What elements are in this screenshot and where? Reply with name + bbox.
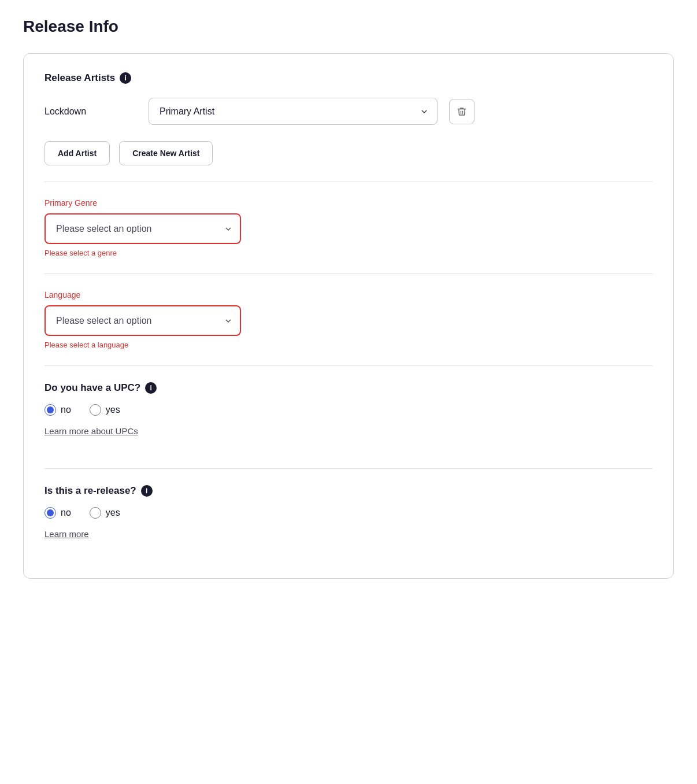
release-artists-header: Release Artists i bbox=[45, 72, 652, 84]
artist-buttons-row: Add Artist Create New Artist bbox=[45, 141, 652, 165]
upc-learn-more-link[interactable]: Learn more about UPCs bbox=[45, 426, 138, 436]
upc-section: Do you have a UPC? i no yes Learn more a… bbox=[45, 382, 652, 452]
re-release-info-icon[interactable]: i bbox=[141, 485, 153, 497]
re-release-no-radio[interactable] bbox=[45, 507, 56, 519]
primary-genre-select[interactable]: Please select an option Pop Rock Hip-Hop… bbox=[45, 213, 241, 244]
divider-1 bbox=[45, 182, 652, 182]
re-release-question-text: Is this a re-release? bbox=[45, 485, 136, 497]
divider-4 bbox=[45, 468, 652, 469]
create-new-artist-button[interactable]: Create New Artist bbox=[119, 141, 213, 165]
artist-name: Lockdown bbox=[45, 106, 137, 117]
upc-no-label[interactable]: no bbox=[45, 404, 71, 416]
re-release-section: Is this a re-release? i no yes Learn mor… bbox=[45, 485, 652, 555]
re-release-radio-group: no yes bbox=[45, 507, 652, 519]
release-info-card: Release Artists i Lockdown Primary Artis… bbox=[23, 53, 674, 579]
add-artist-button[interactable]: Add Artist bbox=[45, 141, 110, 165]
delete-artist-button[interactable] bbox=[449, 99, 474, 124]
primary-genre-section: Primary Genre Please select an option Po… bbox=[45, 198, 652, 257]
language-section: Language Please select an option English… bbox=[45, 290, 652, 349]
upc-yes-radio[interactable] bbox=[90, 404, 101, 416]
release-artists-info-icon[interactable]: i bbox=[120, 72, 131, 84]
re-release-question-label: Is this a re-release? i bbox=[45, 485, 652, 497]
divider-2 bbox=[45, 273, 652, 274]
trash-icon bbox=[457, 106, 467, 117]
primary-genre-label: Primary Genre bbox=[45, 198, 652, 208]
divider-3 bbox=[45, 365, 652, 366]
re-release-learn-more-link[interactable]: Learn more bbox=[45, 529, 89, 539]
upc-radio-group: no yes bbox=[45, 404, 652, 416]
primary-genre-select-wrapper: Please select an option Pop Rock Hip-Hop… bbox=[45, 213, 241, 244]
re-release-no-text: no bbox=[61, 508, 71, 518]
upc-question-text: Do you have a UPC? bbox=[45, 382, 140, 394]
release-artists-label: Release Artists bbox=[45, 72, 115, 84]
upc-yes-label[interactable]: yes bbox=[90, 404, 120, 416]
upc-yes-text: yes bbox=[106, 405, 120, 415]
upc-no-text: no bbox=[61, 405, 71, 415]
language-error: Please select a language bbox=[45, 341, 652, 349]
upc-info-icon[interactable]: i bbox=[145, 382, 157, 394]
upc-question-label: Do you have a UPC? i bbox=[45, 382, 652, 394]
artist-row: Lockdown Primary Artist Featured Artist … bbox=[45, 98, 652, 125]
re-release-yes-radio[interactable] bbox=[90, 507, 101, 519]
re-release-yes-label[interactable]: yes bbox=[90, 507, 120, 519]
re-release-yes-text: yes bbox=[106, 508, 120, 518]
re-release-no-label[interactable]: no bbox=[45, 507, 71, 519]
artist-type-select[interactable]: Primary Artist Featured Artist Remixer C… bbox=[149, 98, 438, 125]
upc-no-radio[interactable] bbox=[45, 404, 56, 416]
primary-genre-error: Please select a genre bbox=[45, 249, 652, 257]
language-label: Language bbox=[45, 290, 652, 299]
release-artists-section: Release Artists i Lockdown Primary Artis… bbox=[45, 72, 652, 165]
language-select[interactable]: Please select an option English Spanish … bbox=[45, 305, 241, 336]
page-title: Release Info bbox=[23, 17, 674, 36]
language-select-wrapper: Please select an option English Spanish … bbox=[45, 305, 241, 336]
